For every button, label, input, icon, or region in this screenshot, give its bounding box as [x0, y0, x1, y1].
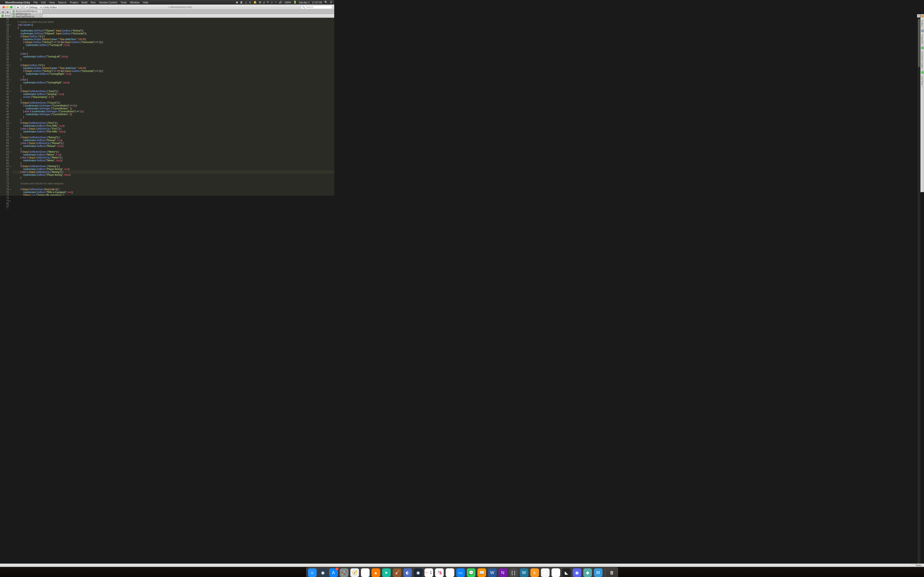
minimize-window-button[interactable] — [6, 6, 9, 8]
menu-run[interactable]: Run — [91, 1, 95, 4]
zoom-window-button[interactable] — [10, 6, 13, 8]
target-label: Unity Editor — [43, 6, 57, 9]
fold-toggle[interactable]: ⊟ — [9, 122, 11, 124]
close-window-button[interactable] — [2, 6, 5, 8]
fold-toggle[interactable]: ⊟ — [9, 24, 11, 26]
menuextra-volume-icon[interactable]: 🔊 — [279, 1, 282, 4]
toolbar-search-input[interactable]: 🔍 Search — [301, 5, 332, 9]
menu-build[interactable]: Build — [82, 1, 87, 4]
menu-file[interactable]: File — [34, 1, 38, 4]
fold-toggle[interactable]: ⊟ — [9, 102, 11, 103]
macos-menubar: MonoDevelop-Unity File Edit View Search … — [0, 0, 334, 5]
fold-toggle[interactable]: ⊟ — [9, 165, 11, 167]
fold-toggle[interactable]: ⊟ — [9, 136, 11, 138]
fold-toggle[interactable]: ⊞ — [9, 200, 11, 201]
search-placeholder: Search — [306, 6, 313, 8]
close-tab-icon[interactable]: × — [40, 13, 41, 15]
csharp-file-icon — [13, 13, 15, 15]
code-area[interactable]: // Update is called once per frame void … — [10, 18, 334, 196]
window-title: ▭ MonoDevelop-Unity — [59, 6, 301, 8]
build-configuration-selector[interactable]: ▭ Debug › ▭ Unity Editor — [24, 5, 59, 9]
tab-nav-back[interactable]: ◀ — [0, 10, 5, 14]
menu-window[interactable]: Window — [130, 1, 139, 4]
spotlight-icon[interactable]: 🔍 — [325, 1, 328, 4]
breadcrumb: AmyControlScript › Update () — [0, 14, 334, 18]
fold-toggle[interactable]: ⊟ — [9, 79, 11, 80]
target-icon: ▭ — [40, 5, 42, 9]
device-icon: ▭ — [26, 5, 28, 9]
menu-help[interactable]: Help — [143, 1, 148, 4]
close-tab-icon[interactable]: × — [40, 10, 41, 13]
menuextra-icon[interactable]: 🔔 — [254, 1, 257, 4]
menu-tools[interactable]: Tools — [121, 1, 127, 4]
menuextra-bluetooth-icon[interactable]: ᛒ — [271, 1, 273, 4]
ide-toolbar: ▶ ▭ Debug › ▭ Unity Editor ▭ MonoDevelop… — [0, 5, 334, 10]
window-controls — [0, 6, 15, 8]
class-icon — [2, 15, 4, 17]
document-tab[interactable]: AmyControlScript.cs× — [11, 10, 43, 13]
battery-percent[interactable]: 100% — [284, 1, 291, 4]
tab-nav-forward[interactable]: ▶ — [5, 10, 11, 14]
menu-view[interactable]: View — [49, 1, 55, 4]
menu-edit[interactable]: Edit — [41, 1, 46, 4]
notification-center-icon[interactable]: ☰ — [330, 1, 332, 4]
fold-toggle[interactable]: ⊟ — [9, 90, 11, 92]
app-name[interactable]: MonoDevelop-Unity — [5, 1, 30, 4]
menuextra-icon[interactable]: ◧ — [241, 1, 243, 4]
fold-toggle[interactable]: ⊟ — [9, 151, 11, 152]
document-tab[interactable]: RayCastShoot.cs× — [11, 15, 43, 18]
menuextra-wifi-icon[interactable]: ⌔ — [275, 1, 277, 4]
menuextra-icon[interactable]: △ — [245, 1, 247, 4]
menuextra-icon[interactable]: d — [263, 1, 265, 4]
fold-toggle[interactable]: ⊟ — [9, 64, 11, 66]
document-tab[interactable]: M4AIScript.cs× — [11, 13, 43, 15]
fold-toggle[interactable]: ⊟ — [9, 188, 11, 190]
menu-project[interactable]: Project — [70, 1, 78, 4]
menuextra-icon[interactable]: ◉ — [236, 1, 238, 4]
csharp-file-icon — [13, 10, 15, 12]
config-label: Debug — [29, 6, 37, 9]
clock-date[interactable]: Sat Apr 1 — [299, 1, 310, 4]
tab-label: M4AIScript.cs — [16, 13, 31, 15]
fold-toggle[interactable]: ⊟ — [9, 35, 11, 37]
menu-vcs[interactable]: Version Control — [99, 1, 117, 4]
battery-icon[interactable]: 🔋 — [293, 1, 297, 4]
menu-search[interactable]: Search — [58, 1, 67, 4]
chevron-right-icon: › — [38, 6, 39, 9]
tab-label: RayCastShoot.cs — [16, 15, 34, 18]
menuextra-icon[interactable]: G — [249, 1, 251, 4]
line-number-gutter[interactable]: 161718⊟19202122⊟23242526272829303132⊟333… — [0, 18, 10, 196]
run-button[interactable]: ▶ — [15, 5, 21, 9]
search-icon: 🔍 — [302, 6, 305, 8]
code-editor[interactable]: 161718⊟19202122⊟23242526272829303132⊟333… — [0, 18, 334, 196]
document-tabs: ◀ ▶ AmyControlScript.cs×M4AIScript.cs×Ra… — [0, 10, 334, 14]
tab-label: AmyControlScript.cs — [16, 10, 37, 13]
clock-time[interactable]: 11:07:55 — [312, 1, 322, 4]
csharp-file-icon — [13, 15, 15, 18]
menuextra-icon[interactable]: ⊞ — [259, 1, 261, 4]
close-tab-icon[interactable]: × — [40, 15, 41, 18]
app-icon: ▭ — [168, 6, 170, 8]
menuextra-timemachine-icon[interactable]: ↻ — [267, 1, 269, 4]
